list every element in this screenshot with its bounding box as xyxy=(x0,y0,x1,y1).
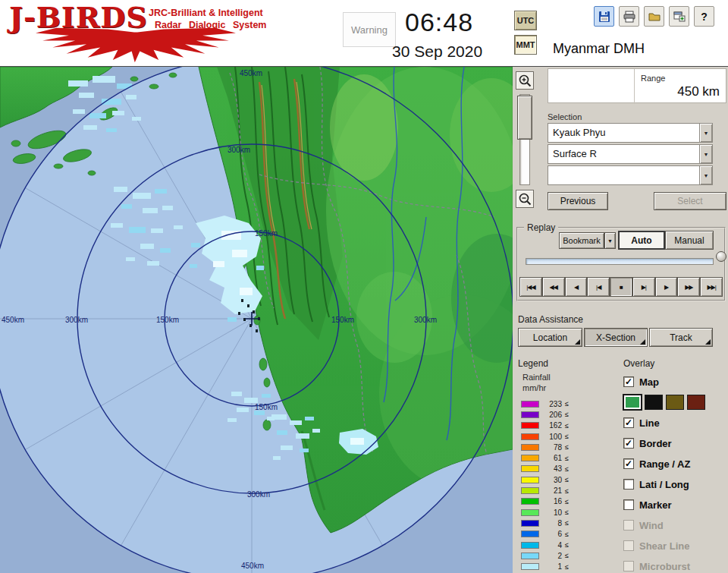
map-color-swatch-3[interactable] xyxy=(666,395,684,410)
legend-suffix: ≤ xyxy=(565,541,569,549)
previous-button[interactable]: Previous xyxy=(548,192,608,210)
site-dropdown[interactable]: Kyauk Phyu ▼ xyxy=(548,123,713,143)
map-color-swatch-1[interactable] xyxy=(623,395,642,410)
zoom-out-button[interactable] xyxy=(516,190,534,208)
site-dropdown-value: Kyauk Phyu xyxy=(548,124,699,142)
track-button-label: Track xyxy=(670,332,692,343)
map-color-swatch-4[interactable] xyxy=(687,395,705,410)
legend-value: 30 xyxy=(542,476,562,484)
selection-label: Selection xyxy=(548,112,582,121)
overlay-checkbox-map[interactable]: ✓ xyxy=(623,376,634,387)
range-label: Range xyxy=(641,74,665,83)
folder-icon xyxy=(648,10,661,24)
overlay-checkbox-lati-long[interactable] xyxy=(623,479,634,490)
legend-unit-line1: Rainfall xyxy=(522,373,551,382)
radar-map-canvas: 450km 300km 150km 450km 300km 150km 150k… xyxy=(0,67,513,573)
legend-label: Legend xyxy=(518,358,548,369)
map-color-swatch-2[interactable] xyxy=(645,395,663,410)
play-button[interactable]: ▶ xyxy=(655,277,678,297)
overlay-item-border: ✓Border xyxy=(623,436,672,450)
range-label-north-150: 150km xyxy=(255,229,278,238)
replay-slider-thumb[interactable] xyxy=(716,251,726,262)
range-label-north-300: 300km xyxy=(228,146,250,154)
legend-color-swatch xyxy=(521,455,539,461)
range-label-south-150: 150km xyxy=(255,403,278,411)
bookmark-dropdown-arrow[interactable]: ▼ xyxy=(604,232,616,249)
eagle-logo-icon xyxy=(11,27,261,64)
legend-suffix: ≤ xyxy=(565,400,569,408)
sub-product-dropdown[interactable]: ▼ xyxy=(548,165,713,185)
radar-map-display[interactable]: 450km 300km 150km 450km 300km 150km 150k… xyxy=(0,67,513,573)
save-button[interactable] xyxy=(594,6,614,27)
manual-mode-button[interactable]: Manual xyxy=(665,231,714,250)
help-button[interactable]: ? xyxy=(694,6,714,27)
chevron-down-icon[interactable]: ▼ xyxy=(699,166,712,184)
replay-slider-track[interactable] xyxy=(526,258,714,265)
location-button[interactable]: Location xyxy=(518,328,582,347)
legend-suffix: ≤ xyxy=(565,498,569,505)
select-button[interactable]: Select xyxy=(654,192,726,210)
legend-color-swatch xyxy=(521,509,539,516)
skip-start-button[interactable]: |◀◀ xyxy=(519,277,542,297)
legend-value: 233 xyxy=(542,400,562,408)
product-dropdown[interactable]: Surface R ▼ xyxy=(548,144,713,164)
overlay-item-label: Border xyxy=(639,438,672,449)
legend-entry-21: 21≤ xyxy=(521,485,594,496)
legend-color-swatch xyxy=(521,401,539,408)
legend-value: 78 xyxy=(542,443,562,452)
overlay-item-line: ✓Line xyxy=(623,416,660,430)
step-forward-button[interactable]: ▶| xyxy=(632,277,655,297)
range-label-west-300: 300km xyxy=(65,316,88,324)
legend-value: 2 xyxy=(542,552,562,560)
chevron-down-icon[interactable]: ▼ xyxy=(699,145,712,163)
utc-button[interactable]: UTC xyxy=(514,11,537,30)
legend-value: 1 xyxy=(542,562,562,571)
overlay-item-label: Map xyxy=(639,376,659,388)
product-dropdown-value: Surface R xyxy=(548,145,699,163)
overlay-checkbox-range-az[interactable]: ✓ xyxy=(623,458,634,469)
mmt-button[interactable]: MMT xyxy=(514,35,537,55)
chevron-down-icon[interactable]: ▼ xyxy=(699,124,712,142)
zoom-in-button[interactable] xyxy=(516,71,534,90)
legend-value: 6 xyxy=(542,530,562,538)
overlay-checkbox-line[interactable]: ✓ xyxy=(623,417,634,428)
legend-suffix: ≤ xyxy=(565,411,569,418)
fast-rewind-button[interactable]: ◀◀ xyxy=(542,277,565,297)
legend-color-swatch xyxy=(521,444,539,451)
track-button[interactable]: Track xyxy=(649,328,713,347)
auto-mode-button[interactable]: Auto xyxy=(618,231,665,250)
fast-forward-button[interactable]: ▶▶ xyxy=(677,277,700,297)
stop-button[interactable]: ■ xyxy=(610,277,632,297)
open-folder-button[interactable] xyxy=(644,6,664,27)
sub-product-dropdown-value xyxy=(548,166,699,184)
export-button[interactable] xyxy=(669,6,689,27)
overlay-checkbox-border[interactable]: ✓ xyxy=(623,438,634,449)
legend-color-swatch xyxy=(521,530,539,537)
legend-entry-61: 61≤ xyxy=(521,452,594,463)
range-label-west-150: 150km xyxy=(156,316,179,324)
bookmark-button[interactable]: Bookmark xyxy=(559,232,604,249)
legend-suffix: ≤ xyxy=(565,455,569,462)
legend-entry-78: 78≤ xyxy=(521,442,594,452)
warning-indicator[interactable]: Warning xyxy=(343,12,396,47)
x-section-button[interactable]: X-Section xyxy=(584,328,648,347)
zoom-slider-thumb[interactable] xyxy=(517,96,532,140)
legend-value: 10 xyxy=(542,508,562,517)
play-reverse-button[interactable]: ◀ xyxy=(565,277,588,297)
replay-group-label: Replay xyxy=(524,222,558,233)
range-label-east-150: 150km xyxy=(331,316,354,324)
overlay-checkbox-marker[interactable] xyxy=(623,499,634,510)
skip-end-button[interactable]: ▶▶| xyxy=(700,277,723,297)
legend-value: 16 xyxy=(542,497,562,505)
legend-entry-30: 30≤ xyxy=(521,474,594,485)
overlay-checkbox-microburst xyxy=(623,561,634,571)
corner-grip-icon xyxy=(705,339,711,345)
overlay-label: Overlay xyxy=(623,358,654,369)
legend-value: 8 xyxy=(542,519,562,527)
range-label-east-300: 300km xyxy=(414,316,437,324)
overlay-item-wind: Wind xyxy=(623,518,664,532)
print-button[interactable] xyxy=(619,6,639,27)
replay-slider[interactable] xyxy=(518,254,724,268)
step-back-button[interactable]: |◀ xyxy=(587,277,610,297)
playback-controls: |◀◀◀◀◀|◀■▶|▶▶▶▶▶| xyxy=(519,277,723,297)
